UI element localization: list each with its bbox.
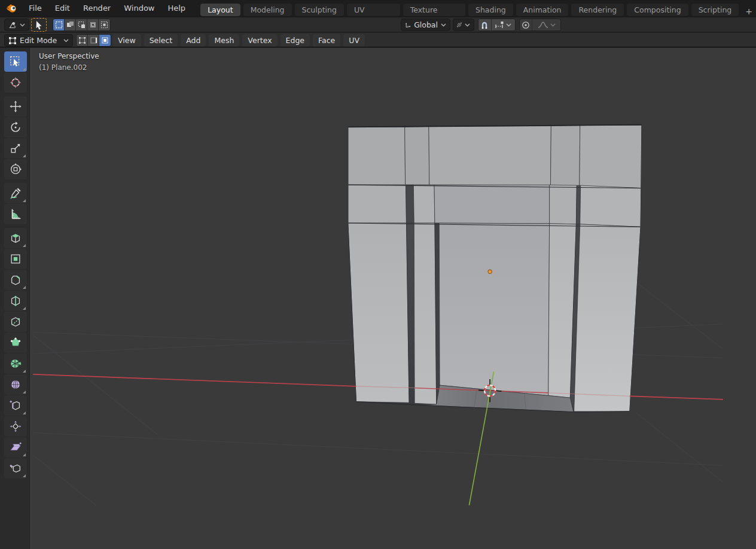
mesh-plane-002[interactable] [348, 125, 642, 412]
tab-layout[interactable]: Layout [200, 4, 240, 16]
menu-vertex[interactable]: Vertex [242, 34, 277, 47]
add-workspace-button[interactable]: + [742, 7, 756, 16]
topbar: File Edit Render Window Help Layout Mode… [0, 0, 756, 16]
vertex-select-button[interactable] [77, 35, 88, 46]
tool-annotate[interactable] [4, 183, 27, 203]
poly-build-icon [9, 336, 22, 349]
extrude-region-icon [9, 231, 22, 245]
menu-render[interactable]: Render [77, 0, 117, 16]
edge-select-button[interactable] [88, 35, 99, 46]
tool-loop-cut[interactable] [4, 291, 27, 311]
select-mode-invert[interactable] [87, 19, 99, 30]
menu-window[interactable]: Window [117, 0, 161, 16]
menu-mesh[interactable]: Mesh [209, 34, 239, 47]
tab-uv-editing[interactable]: UV Editing [347, 4, 400, 16]
menu-help[interactable]: Help [161, 0, 192, 16]
rip-region-icon [9, 462, 22, 475]
cursor-tool-icon [9, 76, 22, 89]
tool-settings-bar: Global [0, 17, 756, 32]
pivot-point-icon [457, 20, 462, 29]
tab-compositing[interactable]: Compositing [627, 4, 688, 16]
viewport-editor-icon [8, 20, 17, 30]
tool-scale[interactable] [4, 138, 27, 158]
menu-select[interactable]: Select [144, 34, 178, 47]
tool-spin[interactable] [4, 353, 27, 374]
menu-face[interactable]: Face [313, 34, 340, 47]
menu-add[interactable]: Add [181, 34, 206, 47]
magnet-icon [480, 21, 489, 29]
menu-edge[interactable]: Edge [281, 34, 310, 47]
snap-with-select[interactable] [492, 19, 515, 30]
select-mode-subtract[interactable] [76, 19, 87, 30]
move-icon [9, 100, 22, 113]
pivot-point-select[interactable] [453, 19, 474, 31]
tool-cursor[interactable] [4, 72, 27, 93]
view-name-label: User Perspective [39, 52, 99, 60]
tool-shrink-fatten[interactable] [4, 416, 27, 437]
spin-icon [9, 357, 22, 370]
annotate-pencil-icon [9, 187, 22, 200]
select-box-icon [9, 55, 22, 68]
tool-extrude-region[interactable] [4, 228, 27, 248]
tab-animation[interactable]: Animation [516, 4, 569, 16]
orientation-axes-icon [405, 21, 411, 29]
mode-label: Edit Mode [20, 36, 57, 45]
chevron-down-icon [441, 23, 446, 27]
face-select-icon [101, 36, 109, 44]
active-tool-indicator[interactable] [31, 18, 47, 32]
transform-orientation-select[interactable]: Global [401, 19, 450, 31]
tool-move[interactable] [4, 96, 27, 117]
snap-group [478, 19, 516, 31]
tool-shear[interactable] [4, 437, 27, 458]
menu-uv[interactable]: UV [343, 34, 365, 47]
mode-select[interactable]: Edit Mode [4, 34, 73, 47]
menu-file[interactable]: File [22, 0, 48, 16]
select-mode-set[interactable] [53, 19, 65, 30]
editor-type-select[interactable] [4, 19, 29, 31]
scale-icon [9, 142, 22, 155]
falloff-curve-icon [538, 21, 548, 29]
tool-knife[interactable] [4, 312, 27, 332]
tab-sculpting[interactable]: Sculpting [295, 4, 344, 16]
tab-shading[interactable]: Shading [468, 4, 513, 16]
tool-measure[interactable] [4, 204, 27, 224]
menu-edit[interactable]: Edit [48, 0, 77, 16]
tab-modeling[interactable]: Modeling [243, 4, 292, 16]
edit-mode-icon [8, 36, 17, 45]
object-origin-dot [488, 270, 492, 273]
viewport-3d[interactable]: User Perspective (1) Plane.002 [0, 48, 756, 549]
snap-toggle[interactable] [478, 19, 492, 30]
tool-rip-region[interactable] [4, 458, 27, 478]
viewport-header: Edit Mode View Select Add [0, 32, 756, 47]
menu-view[interactable]: View [112, 34, 141, 47]
chevron-down-icon [465, 23, 470, 27]
knife-icon [9, 315, 22, 328]
tool-select-box[interactable] [4, 51, 27, 72]
loop-cut-icon [9, 294, 22, 307]
tool-inset-faces[interactable] [4, 249, 27, 269]
tab-rendering[interactable]: Rendering [571, 4, 624, 16]
snap-increment-icon [495, 21, 504, 29]
chevron-down-icon [506, 23, 511, 27]
proportional-group [519, 19, 561, 31]
tool-rotate[interactable] [4, 117, 27, 138]
select-mode-extend[interactable] [65, 19, 76, 30]
tab-scripting[interactable]: Scripting [691, 4, 739, 16]
chevron-down-icon [20, 23, 25, 27]
measure-icon [9, 208, 22, 221]
vertex-select-icon [78, 36, 86, 44]
tool-transform[interactable] [4, 159, 27, 179]
workspace-tabs: Layout Modeling Sculpting UV Editing Tex… [200, 0, 756, 16]
tool-poly-build[interactable] [4, 333, 27, 353]
mesh-select-mode-group [76, 34, 111, 47]
falloff-select[interactable] [532, 19, 560, 30]
tool-smooth[interactable] [4, 374, 27, 395]
proportional-editing-toggle[interactable] [520, 19, 532, 30]
tool-bevel[interactable] [4, 270, 27, 290]
select-mode-intersect[interactable] [99, 19, 110, 30]
tab-texture-paint[interactable]: Texture Paint [403, 4, 465, 16]
tool-edge-slide[interactable] [4, 395, 27, 416]
face-select-button[interactable] [99, 35, 111, 46]
toolbar [0, 48, 30, 549]
viewport-scene [0, 48, 756, 549]
